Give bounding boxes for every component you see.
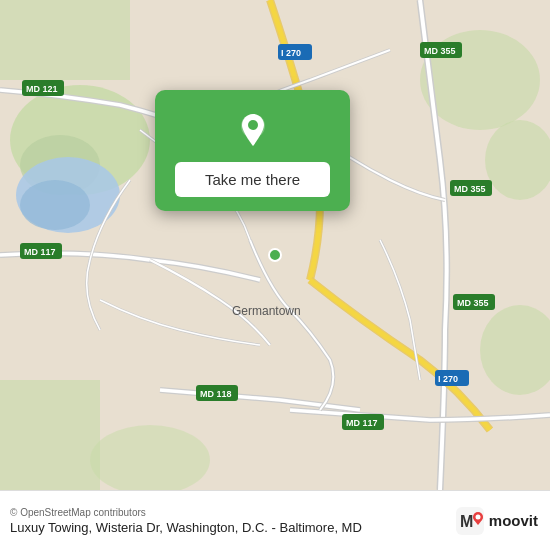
svg-text:Germantown: Germantown bbox=[232, 304, 301, 318]
map-container: Germantown MD 121 I 270 MD 355 MD 355 MD… bbox=[0, 0, 550, 490]
popup-card: Take me there bbox=[155, 90, 350, 211]
svg-text:M: M bbox=[460, 513, 473, 530]
svg-text:MD 355: MD 355 bbox=[424, 46, 456, 56]
svg-text:MD 355: MD 355 bbox=[457, 298, 489, 308]
svg-text:I 270: I 270 bbox=[438, 374, 458, 384]
map-svg: Germantown MD 121 I 270 MD 355 MD 355 MD… bbox=[0, 0, 550, 490]
take-me-there-button[interactable]: Take me there bbox=[175, 162, 330, 197]
svg-text:MD 121: MD 121 bbox=[26, 84, 58, 94]
svg-rect-7 bbox=[0, 380, 100, 490]
svg-text:I 270: I 270 bbox=[281, 48, 301, 58]
svg-point-37 bbox=[475, 514, 480, 519]
moovit-logo-icon: M bbox=[456, 507, 484, 535]
svg-point-10 bbox=[20, 180, 90, 230]
moovit-brand-name: moovit bbox=[489, 512, 538, 529]
svg-text:MD 355: MD 355 bbox=[454, 184, 486, 194]
svg-text:MD 117: MD 117 bbox=[346, 418, 378, 428]
svg-text:MD 117: MD 117 bbox=[24, 247, 56, 257]
osm-attribution: © OpenStreetMap contributors bbox=[10, 507, 362, 518]
svg-rect-3 bbox=[0, 0, 130, 80]
location-pin-icon bbox=[231, 108, 275, 152]
svg-text:MD 118: MD 118 bbox=[200, 389, 232, 399]
bottom-bar: © OpenStreetMap contributors Luxuy Towin… bbox=[0, 490, 550, 550]
svg-point-30 bbox=[269, 249, 281, 261]
bottom-left: © OpenStreetMap contributors Luxuy Towin… bbox=[10, 507, 362, 535]
location-label: Luxuy Towing, Wisteria Dr, Washington, D… bbox=[10, 520, 362, 535]
svg-point-33 bbox=[248, 120, 258, 130]
moovit-logo: M moovit bbox=[456, 507, 538, 535]
